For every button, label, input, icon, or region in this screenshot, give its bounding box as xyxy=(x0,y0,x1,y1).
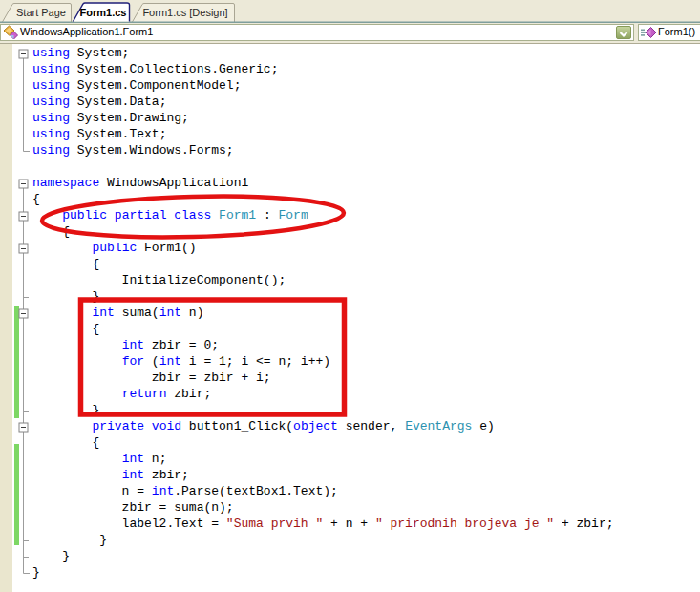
code-line: } xyxy=(32,402,614,418)
method-icon xyxy=(641,25,656,40)
code-line: n = int.Parse(textBox1.Text); xyxy=(32,483,614,499)
navigation-bar: WindowsApplication1.Form1 Form1() xyxy=(0,23,700,44)
code-line: namespace WindowsApplication1 xyxy=(32,175,614,191)
code-line: using System.Collections.Generic; xyxy=(32,61,614,77)
code-line: public partial class Form1 : Form xyxy=(32,207,614,223)
code-line: { xyxy=(32,191,614,207)
code-line: } xyxy=(32,564,614,581)
code-line: } xyxy=(32,548,614,564)
code-line: using System; xyxy=(32,45,614,61)
types-dropdown[interactable]: WindowsApplication1.Form1 xyxy=(0,24,634,41)
code-editor[interactable]: using System;using System.Collections.Ge… xyxy=(0,44,700,592)
code-line xyxy=(32,159,614,175)
fold-collapse-box[interactable] xyxy=(19,180,28,188)
code-line: } xyxy=(32,288,614,305)
types-dropdown-arrow-button[interactable] xyxy=(616,26,631,39)
tab-form1cs[interactable]: Form1.cs xyxy=(76,6,130,21)
document-tab-bar: Start Page Form1.cs Form1.cs [Design] xyxy=(0,0,700,23)
code-line: InitializeComponent(); xyxy=(32,272,614,288)
fold-collapse-box[interactable] xyxy=(19,309,28,318)
code-line: using System.Data; xyxy=(32,94,614,110)
code-line: return zbir; xyxy=(32,386,614,402)
code-line: using System.Text; xyxy=(32,126,614,142)
members-dropdown[interactable]: Form1() xyxy=(638,24,700,41)
fold-collapse-box[interactable] xyxy=(19,423,28,432)
fold-collapse-box[interactable] xyxy=(19,50,28,58)
code-line: using System.Windows.Forms; xyxy=(32,142,614,159)
code-text: using System;using System.Collections.Ge… xyxy=(32,45,614,581)
code-line: int zbir = 0; xyxy=(32,337,614,353)
code-line: } xyxy=(32,532,614,548)
code-line: int zbir; xyxy=(32,467,614,483)
code-line: int suma(int n) xyxy=(32,305,614,321)
code-line: { xyxy=(32,321,614,337)
code-line: private void button1_Click(object sender… xyxy=(32,418,614,434)
code-line: { xyxy=(32,223,614,240)
code-line: zbir = suma(n); xyxy=(32,499,614,516)
code-line: using System.ComponentModel; xyxy=(32,77,614,94)
code-line: zbir = zbir + i; xyxy=(32,370,614,386)
code-line: using System.Drawing; xyxy=(32,110,614,126)
members-dropdown-value: Form1() xyxy=(658,26,695,37)
code-line: int n; xyxy=(32,451,614,467)
fold-collapse-box[interactable] xyxy=(19,244,28,253)
fold-collapse-box[interactable] xyxy=(19,212,28,221)
code-line: public Form1() xyxy=(32,240,614,256)
code-line: { xyxy=(32,256,614,272)
types-dropdown-value: WindowsApplication1.Form1 xyxy=(20,26,153,37)
code-line: for (int i = 1; i <= n; i++) xyxy=(32,353,614,370)
chevron-down-icon xyxy=(617,29,630,40)
code-line: { xyxy=(32,434,614,451)
tab-start-page[interactable]: Start Page xyxy=(10,6,73,21)
tab-form1cs-design[interactable]: Form1.cs [Design] xyxy=(136,6,235,21)
vs-editor-window: Start Page Form1.cs Form1.cs [Design] Wi… xyxy=(0,0,700,592)
folding-margin xyxy=(0,44,32,592)
code-line: label2.Text = "Suma prvih " + n + " prir… xyxy=(32,516,614,532)
class-icon xyxy=(3,25,18,40)
